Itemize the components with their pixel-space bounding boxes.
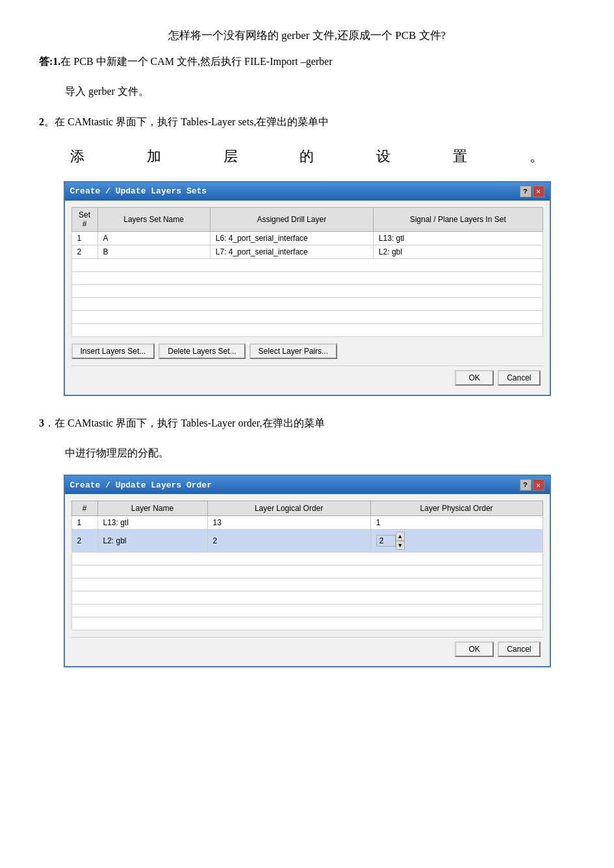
dialog1-ok-row: OK Cancel: [71, 366, 543, 388]
dialog1-table: Set # Layers Set Name Assigned Drill Lay…: [71, 207, 543, 337]
table-row-empty: [71, 310, 543, 323]
para2-text1: 在 PCB 中新建一个 CAM 文件,然后执行 FILE-Import –ger…: [60, 56, 332, 67]
delete-layers-set-button[interactable]: Delete Layers Set...: [159, 343, 245, 359]
para4-num: 3: [39, 417, 44, 428]
select-layer-pairs-button[interactable]: Select Layer Pairs...: [249, 343, 337, 359]
dialog1-col-signal: Signal / Plane Layers In Set: [373, 207, 543, 231]
char-6: 置: [453, 143, 467, 169]
dialog1-close-icon[interactable]: ✕: [533, 186, 544, 197]
d2-row2-logical: 2: [207, 530, 370, 552]
dialog1-titlebar: Create / Update Layers Sets ? ✕: [65, 182, 550, 201]
paragraph-4: 3．在 CAMtastic 界面下，执行 Tables-Layer order,…: [39, 414, 575, 433]
paragraph-4b: 中进行物理层的分配。: [65, 444, 575, 463]
para4-text: ．在 CAMtastic 界面下，执行 Tables-Layer order,在…: [44, 417, 325, 428]
dialog1-cancel-button[interactable]: Cancel: [498, 370, 540, 386]
char-4: 的: [300, 143, 314, 169]
table-row-empty: [71, 284, 543, 297]
table-row[interactable]: 2 L2: gbl 2 2 ▲ ▼: [71, 530, 543, 552]
table-row[interactable]: 1 L13: gtl 13 1: [71, 516, 543, 530]
dialog2-cancel-button[interactable]: Cancel: [498, 641, 540, 657]
dialog2-ok-row: OK Cancel: [71, 637, 543, 660]
char-5: 设: [376, 143, 390, 169]
table-row-empty: [71, 552, 543, 565]
row1-drill: L6: 4_port_serial_interface: [210, 231, 373, 245]
para4b-text: 中进行物理层的分配。: [65, 447, 169, 458]
dialog2-help-icon[interactable]: ?: [520, 479, 531, 491]
char-2: 加: [147, 143, 161, 169]
dialog1-action-buttons: Insert Layers Set... Delete Layers Set..…: [71, 343, 543, 359]
dialog2-col-name: Layer Name: [97, 501, 207, 516]
dialog2-col-num: #: [71, 501, 97, 516]
row1-set: 1: [71, 231, 97, 245]
dialog1-icons: ? ✕: [520, 186, 544, 197]
paragraph-3b: 添 加 层 的 设 置 。: [39, 143, 575, 169]
dialog1-col-name: Layers Set Name: [97, 207, 210, 231]
dialog2-icons: ? ✕: [520, 479, 544, 491]
row2-set: 2: [71, 245, 97, 258]
spinner-up-button[interactable]: ▲: [396, 532, 405, 541]
spinner-down-button[interactable]: ▼: [396, 541, 405, 550]
d2-row1-num: 1: [71, 516, 97, 530]
dialog1-title: Create / Update Layers Sets: [70, 186, 207, 196]
insert-layers-set-button[interactable]: Insert Layers Set...: [71, 343, 155, 359]
paragraph-1: 怎样将一个没有网络的 gerber 文件,还原成一个 PCB 文件?: [39, 26, 575, 46]
paragraph-2: 答:1.在 PCB 中新建一个 CAM 文件,然后执行 FILE-Import …: [39, 53, 575, 71]
dialog2-col-logical: Layer Logical Order: [207, 501, 370, 516]
char-7: 。: [530, 143, 544, 169]
table-row-empty: [71, 297, 543, 310]
spinner-value: 2: [376, 535, 396, 547]
para2-text2: 导入 gerber 文件。: [65, 86, 149, 97]
d2-row1-physical: 1: [370, 516, 543, 530]
dialog-layers-order: Create / Update Layers Order ? ✕ # Layer…: [64, 475, 551, 667]
para3-text: 。在 CAMtastic 界面下，执行 Tables-Layer sets,在弹…: [44, 116, 329, 127]
paragraph-2b: 导入 gerber 文件。: [65, 82, 575, 101]
row2-name: B: [97, 245, 210, 258]
dialog1-body: Set # Layers Set Name Assigned Drill Lay…: [65, 201, 550, 395]
dialog1-ok-button[interactable]: OK: [455, 370, 494, 386]
dialog-layers-sets: Create / Update Layers Sets ? ✕ Set # La…: [64, 181, 551, 396]
para2-num: 1.: [53, 56, 60, 67]
table-row-empty: [71, 617, 543, 630]
table-row-empty: [71, 604, 543, 617]
dialog2-close-icon[interactable]: ✕: [533, 479, 544, 491]
char-1: 添: [70, 143, 84, 169]
table-row-empty: [71, 591, 543, 604]
physical-order-spinner[interactable]: 2 ▲ ▼: [376, 532, 537, 550]
dialog2-col-physical: Layer Physical Order: [370, 501, 543, 516]
para2-label: 答:: [39, 56, 53, 67]
table-row-empty: [71, 258, 543, 271]
row2-drill: L7: 4_port_serial_interface: [210, 245, 373, 258]
char-3: 层: [224, 143, 238, 169]
table-row-empty: [71, 565, 543, 578]
dialog2-table: # Layer Name Layer Logical Order Layer P…: [71, 501, 543, 630]
dialog2-ok-button[interactable]: OK: [455, 641, 494, 657]
dialog2-titlebar: Create / Update Layers Order ? ✕: [65, 476, 550, 494]
d2-row2-physical: 2 ▲ ▼: [370, 530, 543, 552]
d2-row2-num: 2: [71, 530, 97, 552]
d2-row1-name: L13: gtl: [97, 516, 207, 530]
spinner-controls: ▲ ▼: [396, 532, 405, 550]
table-row-empty: [71, 323, 543, 336]
dialog2-body: # Layer Name Layer Logical Order Layer P…: [65, 494, 550, 666]
para3-num: 2: [39, 116, 44, 127]
row1-name: A: [97, 231, 210, 245]
table-row-empty: [71, 578, 543, 591]
paragraph-3: 2。在 CAMtastic 界面下，执行 Tables-Layer sets,在…: [39, 113, 575, 132]
para1-text: 怎样将一个没有网络的 gerber 文件,还原成一个 PCB 文件?: [168, 29, 446, 42]
table-row[interactable]: 1 A L6: 4_port_serial_interface L13: gtl: [71, 231, 543, 245]
row1-signal: L13: gtl: [373, 231, 543, 245]
dialog2-title: Create / Update Layers Order: [70, 480, 212, 490]
dialog1-help-icon[interactable]: ?: [520, 186, 531, 197]
dialog1-col-set: Set #: [71, 207, 97, 231]
d2-row1-logical: 13: [207, 516, 370, 530]
dialog1-col-drill: Assigned Drill Layer: [210, 207, 373, 231]
table-row[interactable]: 2 B L7: 4_port_serial_interface L2: gbl: [71, 245, 543, 258]
table-row-empty: [71, 271, 543, 284]
d2-row2-name: L2: gbl: [97, 530, 207, 552]
row2-signal: L2: gbl: [373, 245, 543, 258]
